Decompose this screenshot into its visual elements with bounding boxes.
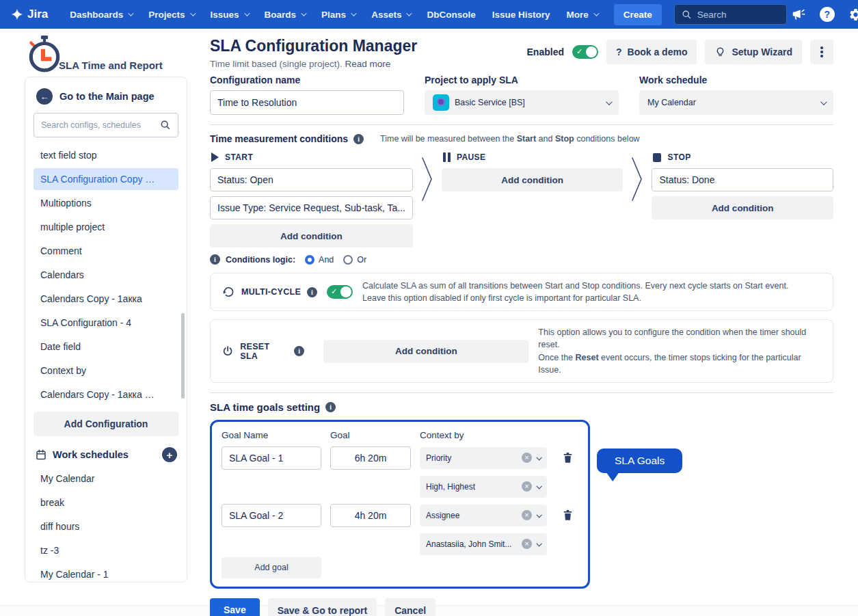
divider xyxy=(210,124,833,125)
page-title: SLA Configuration Manager xyxy=(210,37,417,55)
add-goal-button[interactable]: Add goal xyxy=(222,557,321,578)
schedule-item[interactable]: tz -3 xyxy=(33,539,178,561)
divider xyxy=(210,392,833,393)
go-to-main-page[interactable]: ← Go to the Main page xyxy=(33,87,178,113)
help-icon[interactable]: ? xyxy=(818,5,836,23)
delete-goal-button[interactable] xyxy=(556,509,579,522)
multi-cycle-card: MULTI-CYCLE i ✓ Calculate SLA as sum of … xyxy=(210,273,833,311)
settings-gear-icon[interactable] xyxy=(847,5,858,23)
question-icon: ? xyxy=(616,46,622,57)
schedule-item[interactable]: diff hours xyxy=(33,515,178,537)
goal-name-input[interactable] xyxy=(222,446,321,470)
context-value-select[interactable]: High, Highest × xyxy=(420,476,547,498)
back-label: Go to the Main page xyxy=(59,91,155,102)
config-item[interactable]: multiple project xyxy=(33,216,178,238)
logic-or-radio[interactable]: Or xyxy=(343,255,366,265)
nav-plans[interactable]: Plans xyxy=(314,5,362,24)
info-icon[interactable]: i xyxy=(353,134,364,144)
info-icon[interactable]: i xyxy=(325,402,336,412)
multi-cycle-toggle[interactable]: ✓ xyxy=(327,285,353,299)
stop-condition[interactable]: Status: Done xyxy=(652,168,833,191)
clear-icon[interactable]: × xyxy=(522,539,532,549)
book-demo-button[interactable]: ? Book a demo xyxy=(606,40,697,64)
config-item[interactable]: Date field xyxy=(33,336,178,358)
reset-sla-label: RESET SLA xyxy=(240,342,288,361)
nav-boards[interactable]: Boards xyxy=(258,5,312,24)
schedule-item[interactable]: break xyxy=(33,492,178,513)
context-by-column-header: Context by xyxy=(420,430,547,440)
chevron-down-icon xyxy=(536,455,541,460)
announcements-icon[interactable] xyxy=(790,5,807,23)
config-item[interactable]: Multioptions xyxy=(33,192,178,214)
search-icon xyxy=(160,120,171,131)
search-input[interactable] xyxy=(697,10,779,20)
goal-name-input[interactable] xyxy=(222,504,321,527)
schedule-item[interactable]: My Calendar xyxy=(33,468,178,490)
pause-icon xyxy=(443,152,451,162)
context-select[interactable]: Priority × xyxy=(420,447,547,469)
add-schedule-button[interactable]: + xyxy=(162,447,177,462)
chevron-down-icon xyxy=(351,10,356,16)
nav-more[interactable]: More xyxy=(559,5,604,24)
start-add-condition-button[interactable]: Add condition xyxy=(210,224,413,247)
top-navbar: Jira Dashboards Projects Issues Boards P… xyxy=(0,0,858,29)
calendar-icon xyxy=(35,448,47,461)
more-options-button[interactable] xyxy=(810,40,833,64)
info-icon[interactable]: i xyxy=(210,254,220,265)
delete-goal-button[interactable] xyxy=(556,451,579,464)
create-button[interactable]: Create xyxy=(614,4,662,25)
global-search[interactable] xyxy=(674,4,787,25)
info-icon[interactable]: i xyxy=(294,346,304,356)
start-condition[interactable]: Issue Type: Service Request, Sub-task, T… xyxy=(210,196,413,219)
project-select[interactable]: Basic Service [BS] xyxy=(425,90,619,115)
save-button[interactable]: Save xyxy=(210,598,260,616)
stop-add-condition-button[interactable]: Add condition xyxy=(652,196,833,219)
check-icon: ✓ xyxy=(576,47,582,56)
clear-icon[interactable]: × xyxy=(522,481,532,492)
nav-dbconsole[interactable]: DbConsole xyxy=(420,5,482,24)
flow-chevron xyxy=(416,152,439,265)
lightbulb-icon xyxy=(714,46,726,58)
config-item-selected[interactable]: SLA Configuration Copy … xyxy=(33,168,178,190)
project-avatar xyxy=(433,94,449,111)
clear-icon[interactable]: × xyxy=(522,510,532,520)
read-more-link[interactable]: Read more xyxy=(345,59,391,69)
start-condition[interactable]: Status: Open xyxy=(210,168,413,191)
goal-value-input[interactable] xyxy=(330,504,411,527)
logic-and-radio[interactable]: And xyxy=(305,255,334,265)
context-select[interactable]: Assignee × xyxy=(420,505,547,526)
config-item[interactable]: SLA Configuration - 4 xyxy=(33,312,178,334)
config-item[interactable]: Context by xyxy=(33,360,178,381)
config-item[interactable]: text field stop xyxy=(33,144,178,166)
nav-dashboards[interactable]: Dashboards xyxy=(63,5,139,24)
setup-wizard-button[interactable]: Setup Wizard xyxy=(705,40,802,64)
reset-add-condition-button[interactable]: Add condition xyxy=(323,340,528,363)
save-go-report-button[interactable]: Save & Go to report xyxy=(268,598,377,616)
goal-value-input[interactable] xyxy=(330,446,411,470)
configs-search[interactable] xyxy=(33,113,178,137)
sidebar-card: ← Go to the Main page text field stop SL… xyxy=(25,77,187,582)
chevron-down-icon xyxy=(593,10,599,16)
config-item[interactable]: Comment xyxy=(33,240,178,262)
nav-assets[interactable]: Assets xyxy=(364,5,417,24)
config-item[interactable]: Calendars Copy - 1акка xyxy=(33,288,178,310)
config-item[interactable]: Calendars Copy - 1акка … xyxy=(33,384,178,405)
config-name-input[interactable] xyxy=(210,90,404,115)
nav-issue-history[interactable]: Issue History xyxy=(485,5,557,24)
jira-logo[interactable]: Jira xyxy=(11,8,48,21)
enabled-toggle[interactable]: ✓ xyxy=(572,45,598,59)
sidebar-scrollbar[interactable] xyxy=(181,313,185,399)
nav-projects[interactable]: Projects xyxy=(142,5,200,24)
pause-add-condition-button[interactable]: Add condition xyxy=(442,168,624,191)
add-configuration-button[interactable]: Add Configuration xyxy=(33,412,178,436)
clear-icon[interactable]: × xyxy=(522,453,532,463)
search-icon xyxy=(682,10,692,20)
schedule-item[interactable]: My Calendar - 1 xyxy=(33,563,178,585)
info-icon[interactable]: i xyxy=(307,287,317,297)
work-schedule-select[interactable]: My Calendar xyxy=(639,90,833,115)
configs-search-input[interactable] xyxy=(41,120,160,130)
context-value-select[interactable]: Anastasiia, John Smit... × xyxy=(420,533,547,555)
config-item[interactable]: Calendars xyxy=(33,264,178,286)
nav-issues[interactable]: Issues xyxy=(204,5,255,24)
cancel-button[interactable]: Cancel xyxy=(385,598,435,616)
